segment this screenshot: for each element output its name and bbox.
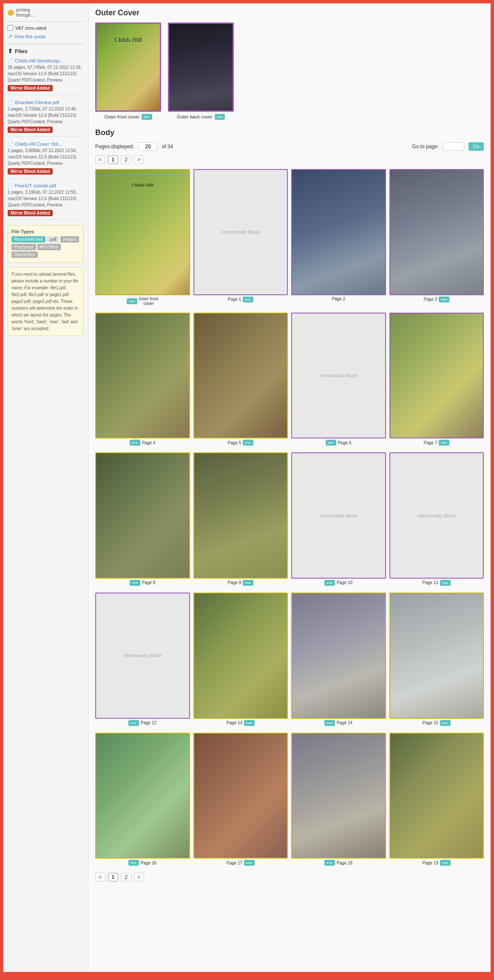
page-cell-10: Intentionally Blank ••• Page 10	[291, 452, 386, 586]
page-1-button[interactable]: 1	[108, 155, 119, 164]
page-15-dots-button[interactable]: •••	[440, 720, 451, 726]
page-11-label-row: Page 11 •••	[423, 580, 451, 586]
page-19-label-row: Page 19 •••	[423, 860, 451, 866]
next-page-button[interactable]: >	[134, 155, 144, 164]
tag-images: Images	[60, 236, 79, 243]
page-19-dots-button[interactable]: •••	[440, 860, 451, 866]
file-tags-row3: OpenOffice	[11, 251, 80, 258]
page-13-label: Page 13	[227, 720, 242, 725]
page-9-dots-button[interactable]: •••	[243, 580, 253, 586]
pages-grid-row4: Intentionally Blank ••• Page 12 Page 13 …	[95, 593, 484, 726]
page-12-label-row: ••• Page 12	[128, 720, 156, 726]
page-9-label: Page 9	[228, 580, 241, 585]
page-cell-4: ••• Page 4	[95, 313, 190, 446]
mirror-bleed-badge: Mirror Bleed Added	[8, 85, 53, 91]
page-16-label: Page 16	[141, 861, 156, 865]
page-10-thumb: Intentionally Blank	[291, 452, 386, 579]
file-name-link[interactable]: 📄 PeanUT outside.pdf	[8, 183, 84, 188]
go-button[interactable]: Go	[468, 142, 484, 151]
pages-displayed-input[interactable]	[138, 142, 157, 151]
goto-label: Go to page:	[412, 144, 439, 150]
vat-checkbox[interactable]	[8, 25, 13, 31]
bottom-page-1-button[interactable]: 1	[108, 873, 119, 881]
page-17-dots-button[interactable]: •••	[244, 860, 255, 866]
outer-back-dots-button[interactable]: •••	[215, 114, 225, 120]
inner-front-dots-button[interactable]: •••	[127, 298, 137, 304]
page-18-dots-button[interactable]: •••	[324, 860, 335, 866]
page-14-dots-button[interactable]: •••	[324, 720, 335, 726]
childs-hill-inner-text: Childs Hill	[132, 182, 153, 187]
page-cell-9: Page 9 •••	[193, 452, 288, 586]
page-14-label: Page 14	[337, 720, 352, 725]
page-13-label-row: Page 13 •••	[227, 720, 255, 726]
file-name-link[interactable]: 📄 Childs Hill Cover Yell...	[8, 141, 84, 147]
mirror-bleed-badge: Mirror Bleed Added	[8, 127, 53, 133]
page-7-label: Page 7	[424, 441, 437, 445]
page-cell-11: Intentionally Blank Page 11 •••	[389, 452, 484, 586]
page-13-dots-button[interactable]: •••	[244, 720, 255, 726]
tag-recommended: Recommended	[11, 236, 45, 243]
pages-grid-row1: Childs Hill ••• Inner frontcover Intenti…	[95, 169, 484, 306]
file-item: 📄 PeanUT outside.pdf 1 pages, 3,195kb, 0…	[8, 183, 84, 220]
page-10-dots-button[interactable]: •••	[324, 580, 335, 586]
page-5-label-row: Page 5 •••	[228, 440, 253, 446]
goto-page-input[interactable]	[443, 142, 464, 151]
page-3-label: Page 3	[424, 297, 437, 302]
file-meta: 1 pages, 3,195kb, 07.12.2022 12:55, macO…	[8, 189, 84, 208]
childs-hill-cover-text: Childs Hill	[114, 37, 142, 44]
page-4-thumb	[95, 313, 190, 439]
bottom-next-button[interactable]: >	[134, 873, 144, 881]
page-8-thumb	[95, 452, 190, 579]
outer-front-item: Childs Hill Outer front cover •••	[95, 23, 161, 120]
file-name-link[interactable]: 📄 Briardale:Clorane.pdf	[8, 99, 84, 105]
page-12-dots-button[interactable]: •••	[128, 720, 139, 726]
pages-grid-row3: ••• Page 8 Page 9 ••• Intentionally Blan…	[95, 452, 484, 586]
logo-icon	[8, 10, 14, 16]
page-16-dots-button[interactable]: •••	[128, 860, 139, 866]
page-15-label: Page 15	[423, 720, 438, 725]
outer-cover-row: Childs Hill Outer front cover ••• Outer …	[95, 23, 484, 120]
prev-page-button[interactable]: <	[95, 155, 105, 164]
body-controls: Pages displayed: of 34 Go to page: Go	[95, 142, 484, 151]
page-3-dots-button[interactable]: •••	[439, 297, 449, 302]
page-2-button[interactable]: 2	[121, 155, 131, 164]
page-6-dots-button[interactable]: •••	[326, 440, 336, 446]
page-4-dots-button[interactable]: •••	[130, 440, 140, 446]
outer-front-dots-button[interactable]: •••	[142, 114, 152, 120]
page-16-thumb	[95, 733, 190, 859]
page-3-label-row: Page 3 •••	[424, 297, 449, 302]
outer-back-thumb	[168, 23, 234, 112]
bottom-prev-button[interactable]: <	[95, 873, 105, 881]
page-8-label: Page 8	[142, 580, 156, 585]
tag-pdf: .pdf	[47, 236, 59, 243]
page-cell-13: Page 13 •••	[193, 593, 288, 726]
page-14-label-row: ••• Page 14	[324, 720, 352, 726]
file-name-link[interactable]: 📄 Childs Hill Streetscap...	[8, 58, 84, 63]
page-10-label: Page 10	[337, 580, 352, 585]
outer-cover-title: Outer Cover	[95, 8, 484, 17]
page-7-dots-button[interactable]: •••	[439, 440, 449, 446]
page-15-thumb	[389, 593, 484, 719]
page-7-thumb	[389, 313, 484, 439]
page-1-dots-button[interactable]: •••	[243, 297, 253, 302]
page-5-dots-button[interactable]: •••	[243, 440, 253, 446]
pages-grid-row5: ••• Page 16 Page 17 ••• ••• Page 1	[95, 733, 484, 866]
tag-openoffice: OpenOffice	[11, 251, 38, 258]
page-15-label-row: Page 15 •••	[423, 720, 451, 726]
outer-back-label: Outer back cover	[177, 114, 213, 119]
external-link-icon: ↗	[8, 33, 12, 40]
page-cell-7: Page 7 •••	[389, 313, 484, 446]
page-4-label: Page 4	[142, 441, 156, 445]
bottom-page-2-button[interactable]: 2	[121, 873, 131, 881]
page-cell-5: Page 5 •••	[193, 313, 288, 446]
page-5-label: Page 5	[228, 441, 241, 445]
outer-back-label-row: Outer back cover •••	[177, 114, 225, 120]
upload-icon: ⬆	[8, 48, 13, 54]
page-8-dots-button[interactable]: •••	[130, 580, 140, 586]
page-18-thumb	[291, 733, 386, 859]
page-11-dots-button[interactable]: •••	[440, 580, 451, 586]
page-16-label-row: ••• Page 16	[128, 860, 156, 866]
page-cell-17: Page 17 •••	[193, 733, 288, 866]
view-quote-link[interactable]: ↗ View this quote	[8, 33, 84, 40]
tag-postscript: PostScript	[11, 244, 36, 250]
